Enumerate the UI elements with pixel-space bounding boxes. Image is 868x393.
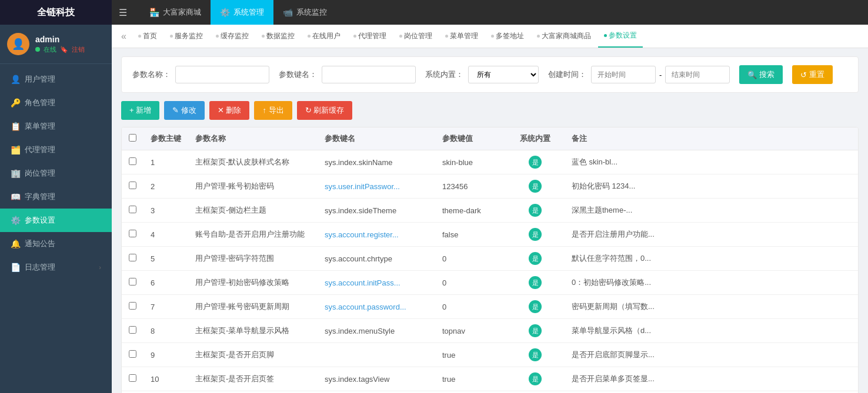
search-button[interactable]: 🔍 搜索	[739, 65, 783, 84]
sys-content-select[interactable]: 所有 是 否	[468, 66, 539, 83]
sub-tab-multisign[interactable]: 多签地址	[485, 25, 530, 48]
sub-tab-agent[interactable]: 代理管理	[348, 25, 392, 48]
row-id-5: 6	[143, 271, 188, 295]
export-label: ↑ 导出	[262, 105, 283, 116]
row-sys-8: 是	[506, 343, 565, 367]
menu-icon: 📋	[11, 122, 20, 131]
row-sys-7: 是	[506, 319, 565, 343]
refresh-cache-button[interactable]: ↻ 刷新缓存	[297, 101, 353, 120]
reset-button[interactable]: ↺ 重置	[792, 65, 833, 84]
collapse-button[interactable]: «	[116, 31, 131, 42]
sidebar-item-menu-manage[interactable]: 📋 菜单管理	[0, 115, 112, 138]
online-tab-label: 在线用户	[312, 31, 340, 41]
sysmonitor-label: 系统监控	[296, 7, 327, 18]
main-layout: 👤 admin 在线 🔖 注销 👤 用户管理 🔑 角色管理	[0, 25, 868, 393]
sub-tab-merchant-goods[interactable]: 大富家商城商品	[531, 25, 597, 48]
sidebar-item-param-settings[interactable]: ⚙️ 参数设置	[0, 209, 112, 232]
sub-tab-cache[interactable]: 缓存监控	[210, 25, 255, 48]
sub-tab-data[interactable]: 数据监控	[256, 25, 301, 48]
row-name-2: 主框架页-侧边栏主题	[188, 199, 318, 223]
param-settings-label: 参数设置	[25, 215, 55, 226]
row-select-9[interactable]	[129, 374, 136, 382]
header-param-name: 参数名称	[188, 127, 318, 150]
row-note-4: 默认任意字符范围，0...	[565, 247, 858, 271]
row-select-3[interactable]	[129, 230, 136, 237]
sidebar-item-role-manage[interactable]: 🔑 角色管理	[0, 91, 112, 115]
header-param-keyname-label: 参数键名	[325, 134, 355, 143]
export-button[interactable]: ↑ 导出	[254, 101, 292, 120]
reset-btn-label: 重置	[809, 69, 824, 80]
header-param-value: 参数键值	[435, 127, 506, 150]
divider-icon: 🔖	[60, 46, 68, 53]
row-id-2: 3	[143, 199, 188, 223]
sidebar-item-post-manage[interactable]: 🏢 岗位管理	[0, 162, 112, 185]
sidebar-item-notification[interactable]: 🔔 通知公告	[0, 232, 112, 256]
row-select-0[interactable]	[129, 157, 136, 165]
post-icon: 🏢	[11, 169, 20, 178]
row-key-6[interactable]: sys.account.password...	[318, 295, 435, 319]
table-row: 8 主框架页-菜单导航显示风格 sys.index.menuStyle topn…	[122, 319, 858, 343]
row-id-9: 10	[143, 367, 188, 391]
row-name-4: 用户管理-密码字符范围	[188, 247, 318, 271]
sys-content-label: 系统内置：	[425, 69, 463, 80]
row-select-1[interactable]	[129, 182, 136, 189]
user-status: 在线 🔖 注销	[35, 45, 85, 54]
param-name-input[interactable]	[175, 66, 269, 83]
top-nav-item-sysmonitor[interactable]: 📹 系统监控	[273, 0, 336, 25]
start-date-input[interactable]	[591, 66, 656, 83]
row-note-5: 0：初始密码修改策略...	[565, 271, 858, 295]
role-icon: 🔑	[11, 98, 20, 108]
header-param-name-label: 参数名称	[195, 134, 226, 143]
row-sys-9: 是	[506, 367, 565, 391]
menu-manage-label: 菜单管理	[25, 121, 55, 132]
param-key-input[interactable]	[322, 66, 416, 83]
param-key-label: 参数键名：	[279, 69, 317, 80]
sys-badge-1: 是	[529, 180, 542, 193]
select-all-checkbox[interactable]	[129, 134, 136, 142]
top-nav-item-sysmanage[interactable]: ⚙️ 系统管理	[211, 0, 273, 25]
merchant-goods-dot	[537, 35, 540, 38]
row-key-2: sys.index.sideTheme	[318, 199, 435, 223]
sub-navigation: « 首页 服务监控 缓存监控 数据监控 在线用户	[112, 25, 868, 48]
sys-badge-4: 是	[529, 252, 542, 265]
merchant-icon: 🏪	[149, 8, 159, 17]
row-key-3[interactable]: sys.account.register...	[318, 223, 435, 247]
param-name-field: 参数名称：	[132, 66, 269, 83]
sidebar-item-user-manage[interactable]: 👤 用户管理	[0, 68, 112, 91]
header-sys-builtin-label: 系统内置	[520, 134, 550, 143]
logout-link[interactable]: 注销	[72, 45, 85, 54]
user-icon: 👤	[11, 75, 20, 84]
sub-tab-post[interactable]: 岗位管理	[393, 25, 438, 48]
sidebar-item-dict-manage[interactable]: 📖 字典管理	[0, 185, 112, 209]
sidebar-item-agent-manage[interactable]: 🗂️ 代理管理	[0, 138, 112, 162]
row-select-6[interactable]	[129, 302, 136, 310]
row-key-5[interactable]: sys.account.initPass...	[318, 271, 435, 295]
sub-tab-home[interactable]: 首页	[132, 25, 163, 48]
hamburger-button[interactable]: ☰	[112, 0, 134, 25]
end-date-input[interactable]	[665, 66, 730, 83]
reset-icon: ↺	[800, 70, 807, 79]
user-manage-label: 用户管理	[25, 74, 55, 85]
row-key-4: sys.account.chrtype	[318, 247, 435, 271]
row-select-8[interactable]	[129, 350, 136, 358]
row-name-0: 主框架页-默认皮肤样式名称	[188, 150, 318, 174]
header-param-keyname: 参数键名	[318, 127, 435, 150]
sub-tab-service[interactable]: 服务监控	[164, 25, 209, 48]
sub-tab-online[interactable]: 在线用户	[302, 25, 346, 48]
row-select-4[interactable]	[129, 254, 136, 261]
row-select-2[interactable]	[129, 206, 136, 213]
row-key-1[interactable]: sys.user.initPasswor...	[318, 174, 435, 199]
top-nav-item-merchant[interactable]: 🏪 大富家商城	[140, 0, 211, 25]
sub-tab-menu[interactable]: 菜单管理	[439, 25, 484, 48]
sidebar-item-log-manage[interactable]: 📄 日志管理 ›	[0, 256, 112, 279]
post-dot	[399, 35, 402, 38]
delete-button[interactable]: ✕ 删除	[209, 101, 250, 120]
add-button[interactable]: + 新增	[121, 101, 159, 120]
sysmanage-label: 系统管理	[233, 7, 264, 18]
edit-button[interactable]: ✎ 修改	[164, 101, 205, 120]
header-checkbox-col	[122, 127, 143, 150]
row-select-7[interactable]	[129, 326, 136, 334]
row-select-5[interactable]	[129, 278, 136, 285]
sub-tab-param-settings[interactable]: 参数设置	[598, 25, 643, 48]
data-tab-label: 数据监控	[266, 31, 295, 41]
